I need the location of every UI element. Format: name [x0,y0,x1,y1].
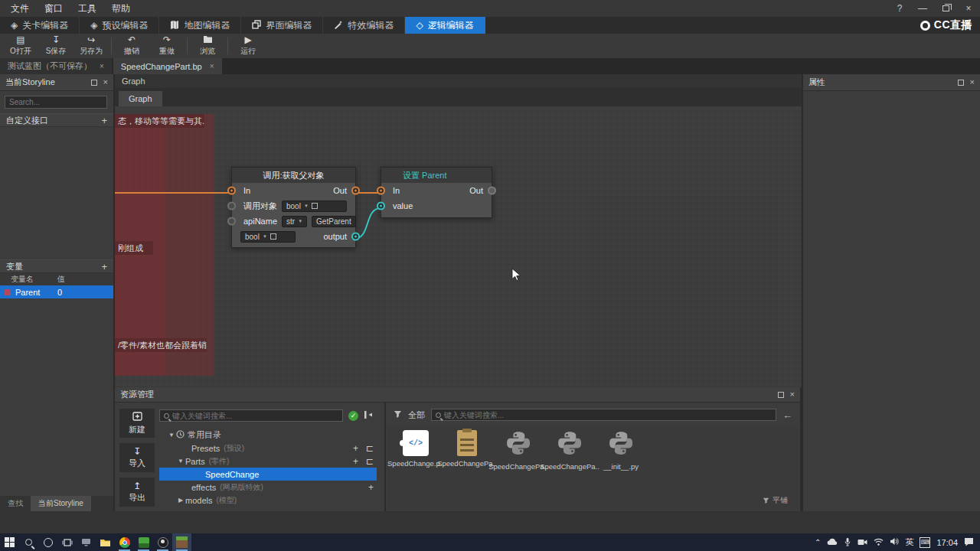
restore-button[interactable] [934,0,957,17]
menu-file[interactable]: 文件 [3,0,37,17]
checkbox[interactable] [312,203,318,209]
speaker-icon[interactable] [890,537,899,547]
apiname-port[interactable] [227,217,236,226]
tab-effects-editor[interactable]: 特效编辑器 [323,17,405,34]
tab-current-storyline[interactable]: 当前Storyline [31,496,91,511]
add-icon[interactable]: + [353,456,358,467]
tab-map-editor[interactable]: 地图编辑器 [159,17,241,34]
close-tab-icon[interactable]: × [100,62,104,70]
node-call-header[interactable]: 调用:获取父对象 [232,168,355,183]
ime-indicator-icon[interactable]: ⌨ [920,537,930,548]
filter-all-label[interactable]: 全部 [408,409,425,421]
tree-search-input[interactable] [172,412,338,420]
tray-expand-chevron-icon[interactable]: ⌃ [815,538,821,546]
onedrive-cloud-icon[interactable] [827,538,838,547]
view-mode-toggle[interactable]: 平铺 [763,495,788,506]
output-port[interactable] [351,233,360,241]
add-icon[interactable]: + [353,443,358,454]
node-set-header[interactable]: 设置 Parent [381,168,492,183]
minecraft-studio-button[interactable] [172,533,191,551]
file-explorer-button[interactable] [96,533,115,551]
save-as-button[interactable]: ↪ 另存为 [74,34,109,57]
close-panel-icon[interactable]: × [790,390,795,399]
help-button[interactable]: ? [888,0,911,17]
filter-icon[interactable] [394,410,402,420]
save-button[interactable]: ↧ S保存 [38,34,74,57]
doc-tab-speedchangepart[interactable]: SpeedChangePart.bp × [113,58,222,74]
call-target-port[interactable] [227,202,236,210]
ime-language-label[interactable]: 英 [905,536,913,548]
microphone-icon[interactable] [844,537,851,548]
exec-in-port[interactable] [227,187,236,195]
caret-down-icon[interactable]: ▼ [176,458,185,465]
task-view-button[interactable] [57,533,77,551]
output-type-field[interactable]: bool ▼ [240,231,296,243]
taskbar-clock[interactable]: 17:04 [936,538,958,547]
undo-button[interactable]: ↶ 撤销 [114,34,149,57]
run-button[interactable]: ▶ 运行 [230,34,266,57]
start-button[interactable] [0,533,19,551]
add-interface-icon[interactable]: + [101,116,107,126]
close-panel-icon[interactable]: × [970,78,975,86]
obs-button[interactable] [153,533,172,551]
green-app-button[interactable] [134,533,153,551]
tree-row-parts[interactable]: ▼ Parts (零件) + ⊏ [159,455,377,468]
doc-tab-test-blueprint[interactable]: 测试蓝图（不可保存） × [0,58,112,74]
checkbox[interactable] [270,233,276,240]
file-item[interactable]: SpeedChangePa.. [442,430,492,468]
file-item[interactable]: __init__.py [596,430,646,471]
graph-tab[interactable]: Graph [119,91,162,106]
back-arrow-icon[interactable]: ← [782,409,792,421]
filter-enabled-icon[interactable]: ✓ [348,411,358,421]
network-wifi-icon[interactable] [874,538,884,547]
locate-icon[interactable]: ⊏ [366,456,374,467]
menu-help[interactable]: 帮助 [104,0,138,17]
tab-preset-editor[interactable]: ◈ 预设编辑器 [80,17,159,34]
export-button[interactable]: ↥ 导出 [119,478,155,507]
file-item[interactable]: SpeedChangePa.. [493,430,544,471]
node-set-parent[interactable]: 设置 Parent In Out value [381,167,492,218]
maximize-panel-icon[interactable] [958,80,964,86]
cortana-button[interactable] [38,533,57,551]
add-icon[interactable]: + [368,482,374,493]
maximize-panel-icon[interactable] [778,392,784,398]
tab-ui-editor[interactable]: 界面编辑器 [241,17,323,34]
exec-out-port[interactable] [351,187,360,195]
browser-search-input[interactable] [444,411,772,419]
menu-tools[interactable]: 工具 [70,0,104,17]
file-grid[interactable]: </> SpeedChange.p.. SpeedChangePa.. Spee… [387,425,799,510]
file-item[interactable]: SpeedChangePa.. [544,430,595,471]
value-port[interactable] [377,202,385,210]
caret-down-icon[interactable]: ▼ [167,432,176,439]
redo-button[interactable]: ↷ 重做 [149,34,185,57]
close-tab-icon[interactable]: × [210,62,214,70]
action-center-icon[interactable] [964,537,974,548]
exec-out-port[interactable] [488,187,496,195]
tree-row-effects[interactable]: effects (网易版特效) + [159,481,377,494]
node-call-get-parent[interactable]: 调用:获取父对象 In Out 调用对象 bool ▼ apiName [231,167,356,248]
chrome-button[interactable] [115,533,134,551]
storyline-search-input[interactable] [5,96,107,109]
menu-window[interactable]: 窗口 [37,0,70,17]
maximize-panel-icon[interactable] [91,80,97,86]
tree-row-models[interactable]: ▶ models (模型) [159,494,377,507]
tab-level-editor[interactable]: ◈ 关卡编辑器 [0,17,80,34]
minimize-button[interactable]: — [911,0,934,17]
import-button[interactable]: ↧ 导入 [119,443,155,472]
close-panel-icon[interactable]: × [103,78,108,86]
add-variable-icon[interactable]: + [101,262,107,272]
close-button[interactable]: × [957,0,980,17]
tree-row-presets[interactable]: Presets (预设) + ⊏ [159,442,377,455]
collapse-all-icon[interactable] [364,409,374,422]
new-button[interactable]: 新建 [119,409,155,438]
graph-canvas[interactable]: 态，移动等等需要与其... 刚组成 /零件/素材也都会跟着销毁) 调用:获取父对… [115,106,802,387]
apiname-type-field[interactable]: str ▼ [282,216,307,227]
tree-row-common-directory[interactable]: ▼ 常用目录 [159,429,377,442]
camera-icon[interactable] [858,538,867,547]
locate-icon[interactable]: ⊏ [366,443,374,454]
browse-button[interactable]: 浏览 [190,34,225,57]
call-target-type-field[interactable]: bool ▼ [282,201,347,212]
app-display-tool[interactable] [77,533,96,551]
tab-find[interactable]: 查找 [0,496,31,511]
exec-in-port[interactable] [377,187,385,195]
